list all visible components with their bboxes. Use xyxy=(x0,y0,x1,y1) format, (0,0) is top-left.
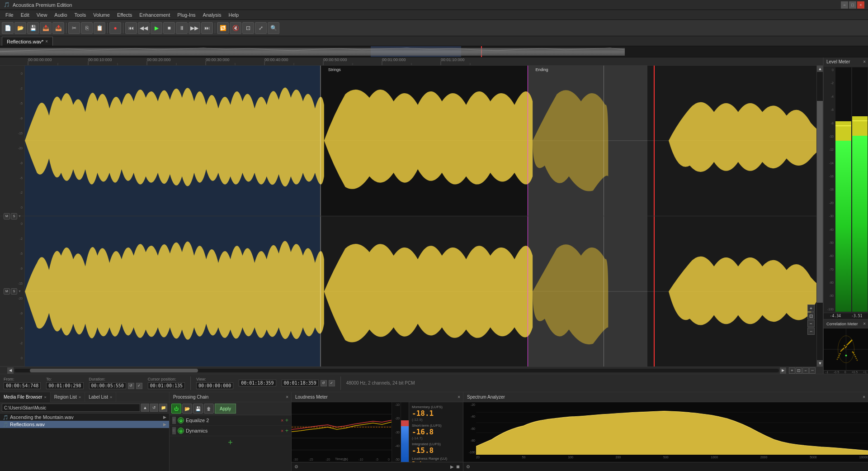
stop-button[interactable]: ■ xyxy=(163,22,175,34)
save-button[interactable]: 💾 xyxy=(27,22,39,34)
zoom-in-button[interactable]: + xyxy=(807,304,815,312)
media-item-reflections[interactable]: 🎵 Reflections.wav ▶ xyxy=(0,421,169,428)
waveform-channel-2[interactable] xyxy=(25,216,823,367)
loudness-play-button[interactable]: ▶ xyxy=(450,464,454,469)
media-play-1[interactable]: ▶ xyxy=(163,415,166,419)
tab-close-icon[interactable]: × xyxy=(45,39,48,44)
track-mute-1[interactable]: M xyxy=(4,213,10,219)
rewind-button[interactable]: ◀◀ xyxy=(138,22,150,34)
view-to-value[interactable]: 00:01:18:359 xyxy=(239,380,276,386)
media-browser-close[interactable]: × xyxy=(44,395,47,400)
import-button[interactable]: 📥 xyxy=(40,22,52,34)
hzoom-fit-button[interactable]: ⊡ xyxy=(796,367,802,374)
export-button[interactable]: 📤 xyxy=(52,22,64,34)
menu-view[interactable]: View xyxy=(33,11,51,19)
menu-plugins[interactable]: Plug-Ins xyxy=(174,11,199,19)
loop-button[interactable]: 🔁 xyxy=(217,22,229,34)
minimize-button[interactable]: − xyxy=(841,1,848,9)
proc-item-equalize[interactable]: ⠿ ⏻ Equalize 2 × + xyxy=(170,415,291,426)
menu-edit[interactable]: Edit xyxy=(17,11,33,19)
vertical-scrollbar[interactable]: ▲ ▼ xyxy=(816,66,823,366)
region-list-close[interactable]: × xyxy=(79,395,81,400)
proc-delete-button[interactable]: 🗑 xyxy=(204,404,214,414)
duration-apply-button[interactable]: ✓ xyxy=(136,383,142,389)
crop-button[interactable]: ⊡ xyxy=(242,22,254,34)
paste-button[interactable]: 📋 xyxy=(94,22,105,34)
maximize-button[interactable]: □ xyxy=(849,1,856,9)
menu-help[interactable]: Help xyxy=(225,11,243,19)
hscroll-track[interactable] xyxy=(14,369,779,372)
track-chevron-2[interactable]: ▼ xyxy=(18,290,21,293)
proc-power-button[interactable]: ⏻ xyxy=(171,404,181,414)
play-button[interactable]: ▶ xyxy=(151,22,162,34)
mute-button[interactable]: 🔇 xyxy=(230,22,241,34)
new-button[interactable]: 📄 xyxy=(2,22,14,34)
waveform-area[interactable]: Strings Ending xyxy=(25,66,823,366)
hscroll-left-button[interactable]: ◀ xyxy=(7,367,14,374)
hzoom-out-button[interactable]: − xyxy=(802,367,809,374)
proc-remove-equalize[interactable]: × xyxy=(281,418,283,423)
level-meter-close[interactable]: × xyxy=(863,59,866,64)
label-list-close[interactable]: × xyxy=(110,395,112,400)
zoom-fit-button[interactable]: ⊡ xyxy=(807,312,815,319)
zoom-out-button[interactable]: − xyxy=(807,320,815,327)
selection-from-value[interactable]: 00:00:54:748 xyxy=(4,382,41,389)
hscroll-thumb[interactable] xyxy=(30,369,198,372)
proc-drag-handle-1[interactable]: ⠿ xyxy=(172,417,176,424)
view-reset-button[interactable]: ↺ xyxy=(321,380,327,386)
file-tab[interactable]: Reflections.wav* × xyxy=(2,37,53,46)
menu-effects[interactable]: Effects xyxy=(113,11,136,19)
vscroll-track[interactable] xyxy=(817,72,823,360)
loudness-settings-button[interactable]: ⚙ xyxy=(294,464,298,469)
spectrum-analyzer-close[interactable]: × xyxy=(863,395,865,400)
menu-file[interactable]: File xyxy=(2,11,17,19)
track-solo-2[interactable]: S xyxy=(11,288,17,295)
vscroll-down-button[interactable]: ▼ xyxy=(817,360,823,366)
proc-drag-handle-2[interactable]: ⠿ xyxy=(172,427,176,434)
menu-audio[interactable]: Audio xyxy=(51,11,71,19)
waveform-channel-1[interactable]: Strings Ending xyxy=(25,66,823,216)
menu-analysis[interactable]: Analysis xyxy=(199,11,225,19)
media-item-ascending[interactable]: 🎵 Ascending the Mountain.wav ▶ xyxy=(0,414,169,421)
track-chevron-1[interactable]: ▼ xyxy=(18,214,21,218)
vscroll-thumb[interactable] xyxy=(817,101,823,303)
hzoom-in-button[interactable]: + xyxy=(789,367,795,374)
loudness-meter-close[interactable]: × xyxy=(458,395,460,400)
view-from-value[interactable]: 00:00:00:000 xyxy=(196,382,233,389)
media-path-up-button[interactable]: ▲ xyxy=(141,404,149,412)
apply-button[interactable]: Apply xyxy=(215,404,236,414)
track-solo-1[interactable]: S xyxy=(11,213,17,219)
region-list-tab[interactable]: Region List × xyxy=(51,392,85,402)
selection-to-value[interactable]: 00:01:00:298 xyxy=(46,382,83,389)
media-path-input[interactable] xyxy=(2,404,140,412)
copy-button[interactable]: ⎘ xyxy=(81,22,93,34)
proc-item-dynamics[interactable]: ⠿ ⏻ Dynamics × + xyxy=(170,426,291,436)
goto-start-button[interactable]: ⏮ xyxy=(125,22,137,34)
duration-reset-button[interactable]: ↺ xyxy=(128,383,134,389)
track-mute-2[interactable]: M xyxy=(4,288,10,295)
zoom-reset-button[interactable]: ↔ xyxy=(807,328,815,335)
fast-forward-button[interactable]: ▶▶ xyxy=(189,22,200,34)
view-apply-button[interactable]: ✓ xyxy=(329,380,335,386)
proc-remove-dynamics[interactable]: × xyxy=(281,428,283,433)
menu-volume[interactable]: Volume xyxy=(90,11,113,19)
proc-save-button[interactable]: 💾 xyxy=(193,404,203,414)
proc-add-after-dynamics[interactable]: + xyxy=(285,428,288,434)
record-button[interactable]: ● xyxy=(109,22,121,34)
menu-tools[interactable]: Tools xyxy=(71,11,90,19)
spectrum-settings-button[interactable]: ⚙ xyxy=(466,464,470,469)
proc-power-equalize[interactable]: ⏻ xyxy=(178,417,184,423)
vscroll-up-button[interactable]: ▲ xyxy=(817,66,823,72)
selection-duration-value[interactable]: 00:00:05:550 xyxy=(89,382,126,389)
pause-button[interactable]: ⏸ xyxy=(176,22,188,34)
menu-enhancement[interactable]: Enhancement xyxy=(136,11,174,19)
proc-add-new-button[interactable]: + xyxy=(228,438,233,447)
media-browser-tab[interactable]: Media File Browser × xyxy=(0,392,51,402)
close-button[interactable]: × xyxy=(857,1,864,9)
proc-open-button[interactable]: 📂 xyxy=(182,404,192,414)
hzoom-reset-button[interactable]: ↔ xyxy=(809,367,816,374)
proc-power-dynamics[interactable]: ⏻ xyxy=(178,428,184,434)
proc-chain-close[interactable]: × xyxy=(286,395,288,400)
loudness-stop-button[interactable]: ⏹ xyxy=(456,464,460,469)
hscroll-right-button[interactable]: ▶ xyxy=(780,367,786,374)
